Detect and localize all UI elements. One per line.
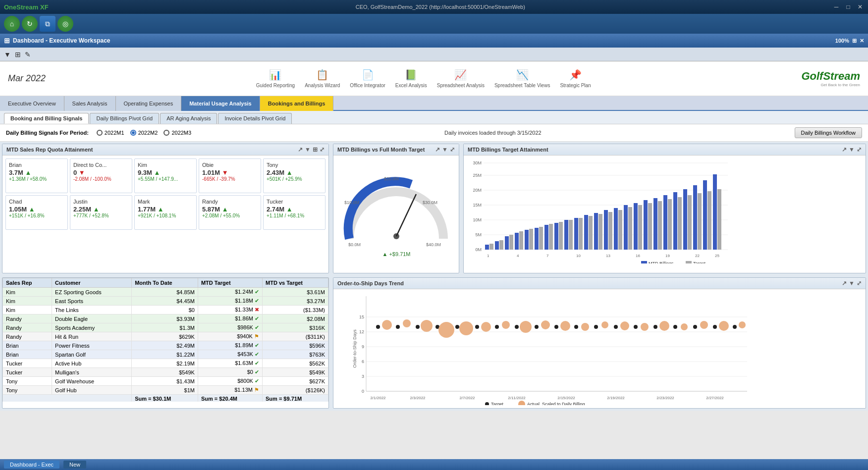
copy-btn[interactable]: ⧉ xyxy=(40,16,55,32)
svg-point-129 xyxy=(693,325,697,329)
tab-operating-expenses[interactable]: Operating Expenses xyxy=(116,96,182,111)
edit-icon[interactable]: ✎ xyxy=(25,51,31,58)
nav-spreadsheet-analysis[interactable]: 📈 Spreadsheet Analysis xyxy=(437,69,485,88)
subtab-daily-billings-pivot[interactable]: Daily Billings Pivot Grid xyxy=(90,113,159,124)
rep-value-direct: 0 ▼ xyxy=(73,169,129,176)
filter-icon-attainment[interactable]: ▼ xyxy=(849,146,855,153)
subtab-invoice-details[interactable]: Invoice Details Pivot Grid xyxy=(218,113,292,124)
rep-value-kim: 9.3M ▲ xyxy=(138,169,193,176)
bubble-chart-svg: 0 3 6 9 12 15 xyxy=(353,291,750,405)
svg-rect-28 xyxy=(515,233,519,250)
nav-spreadsheet-table[interactable]: 📉 Spreadsheet Table Views xyxy=(494,69,550,88)
svg-rect-31 xyxy=(529,229,533,250)
period-2022m1[interactable]: 2022M1 xyxy=(97,130,124,136)
table-sum-label xyxy=(3,395,132,402)
svg-rect-34 xyxy=(544,225,548,250)
table-row: Tony Golf Hub $1M $1.13M ⚑ ($126K) xyxy=(3,386,328,395)
cell-rep: Tony xyxy=(3,377,52,386)
svg-point-99 xyxy=(396,325,400,329)
cell-target: $1.33M ✖ xyxy=(198,306,262,314)
settings-btn[interactable]: ◎ xyxy=(57,16,73,32)
svg-point-127 xyxy=(673,325,677,329)
svg-rect-66 xyxy=(703,180,707,250)
expand-icon-attainment[interactable]: ⤢ xyxy=(857,146,862,153)
svg-point-110 xyxy=(502,321,510,329)
mtd-billings-panel: MTD Billings vs Full Month Target ↗ ▼ ⤢ xyxy=(333,144,459,273)
nav-guided-reporting[interactable]: 📊 Guided Reporting xyxy=(256,69,295,88)
zoom-in-btn[interactable]: ⊞ xyxy=(852,38,857,44)
title-bar-left: OneStream XF xyxy=(4,3,49,11)
status-tab-new[interactable]: New xyxy=(63,461,86,469)
dash-title-left: ⊞ Dashboard - Executive Workspace xyxy=(4,37,110,45)
table-scroll[interactable]: Sales Rep Customer Month To Date MTD Tar… xyxy=(2,278,328,402)
filter-icon-billings[interactable]: ▼ xyxy=(442,146,448,153)
radio-dot-2022m3[interactable] xyxy=(163,130,169,136)
tab-executive-overview[interactable]: Executive Overview xyxy=(0,96,64,111)
gauge-svg: $0.0M $40.0M $10.0M $30.0M $20.0M ▲ +$9.… xyxy=(339,159,453,259)
svg-rect-29 xyxy=(519,231,523,250)
status-tab-dashboard[interactable]: Dashboard - Exec xyxy=(4,461,59,469)
share-icon[interactable]: ↗ xyxy=(298,146,303,153)
svg-point-126 xyxy=(659,321,669,331)
date-nav: Mar 2022 📊 Guided Reporting 📋 Analysis W… xyxy=(0,61,868,96)
rep-delta-obie: -665K / -39.7% xyxy=(202,176,258,182)
rep-delta-brian: +1.36M / +58.0% xyxy=(9,176,64,182)
svg-text:2/19/2022: 2/19/2022 xyxy=(607,396,625,400)
analysis-wizard-icon: 📋 xyxy=(316,69,328,81)
svg-text:0: 0 xyxy=(362,389,364,394)
rep-value-obie: 1.01M ▼ xyxy=(202,169,258,176)
svg-point-115 xyxy=(554,325,558,329)
share-icon-ship[interactable]: ↗ xyxy=(842,280,847,287)
table-icon[interactable]: ⊞ xyxy=(313,146,318,153)
grid-icon[interactable]: ⊞ xyxy=(15,51,21,58)
nav-strategic-plan[interactable]: 📌 Strategic Plan xyxy=(560,69,591,88)
filter-icon-ship[interactable]: ▼ xyxy=(849,280,855,287)
title-bar: OneStream XF CEO, GolfStreamDemo_2022 (h… xyxy=(0,0,868,14)
refresh-btn[interactable]: ↻ xyxy=(22,16,38,32)
period-2022m3[interactable]: 2022M3 xyxy=(163,130,191,136)
cell-vs: $562K xyxy=(263,359,328,368)
col-mtd-vs-target: MTD vs Target xyxy=(263,278,328,288)
filter-icon[interactable]: ▼ xyxy=(4,51,11,58)
subtab-booking-signals[interactable]: Booking and Billing Signals xyxy=(4,113,89,124)
tab-sales-analysis[interactable]: Sales Analysis xyxy=(64,96,116,111)
analysis-wizard-label: Analysis Wizard xyxy=(305,83,340,88)
svg-text:2/1/2022: 2/1/2022 xyxy=(370,396,386,400)
rep-value-tucker: 2.74M ▲ xyxy=(267,206,322,213)
maximize-btn[interactable]: □ xyxy=(844,3,852,10)
excel-analysis-label: Excel Analysis xyxy=(395,83,427,88)
svg-text:10: 10 xyxy=(576,254,581,258)
radio-dot-2022m1[interactable] xyxy=(97,130,103,136)
subtab-ar-aging[interactable]: AR Aging Analysis xyxy=(160,113,217,124)
table-row: Brian Spartan Golf $1.22M $453K ✔ $763K xyxy=(3,350,328,359)
expand-icon-billings[interactable]: ⤢ xyxy=(450,146,455,153)
trend-down-direct: ▼ xyxy=(79,169,85,176)
ship-trend-chart: Order-to-Ship Days 0 3 6 9 12 15 xyxy=(333,289,866,408)
share-icon-billings[interactable]: ↗ xyxy=(435,146,440,153)
nav-analysis-wizard[interactable]: 📋 Analysis Wizard xyxy=(305,69,340,88)
period-2022m2[interactable]: 2022M2 xyxy=(130,130,158,136)
svg-rect-61 xyxy=(678,197,682,250)
filter-icon-quota[interactable]: ▼ xyxy=(305,146,311,153)
tab-bookings-billings[interactable]: Bookings and Billings xyxy=(260,96,334,111)
tab-material-usage[interactable]: Material Usage Analysis xyxy=(181,96,260,111)
nav-office-integrator[interactable]: 📄 Office Integrator xyxy=(350,69,385,88)
nav-excel-analysis[interactable]: 📗 Excel Analysis xyxy=(395,69,427,88)
toolbar: ⌂ ↻ ⧉ ◎ xyxy=(0,14,868,34)
svg-rect-49 xyxy=(618,210,622,250)
close-dash-btn[interactable]: ✕ xyxy=(860,38,864,44)
rep-name-mark: Mark xyxy=(138,199,193,205)
main-tabs: Executive Overview Sales Analysis Operat… xyxy=(0,96,868,111)
workflow-button[interactable]: Daily Billings Workflow xyxy=(795,127,862,138)
svg-point-105 xyxy=(455,325,459,329)
radio-dot-2022m2[interactable] xyxy=(130,130,136,136)
expand-icon-ship[interactable]: ⤢ xyxy=(857,280,862,287)
cell-customer: Active Hub xyxy=(52,359,132,368)
expand-icon[interactable]: ⤢ xyxy=(320,146,325,153)
home-btn[interactable]: ⌂ xyxy=(4,16,20,32)
close-btn[interactable]: ✕ xyxy=(856,3,864,10)
svg-text:30M: 30M xyxy=(473,160,482,165)
strategic-plan-icon: 📌 xyxy=(569,69,582,81)
minimize-btn[interactable]: ─ xyxy=(832,3,840,10)
share-icon-attainment[interactable]: ↗ xyxy=(842,146,847,153)
